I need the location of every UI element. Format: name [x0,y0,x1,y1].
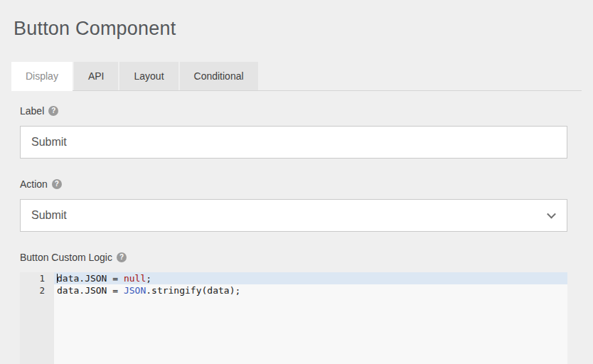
label-field-label: Label [20,105,44,117]
help-icon[interactable]: ? [117,252,127,262]
code-token: null [124,273,146,284]
label-field-row: Label ? [20,105,567,117]
code-editor-gutter: 1 2 [20,272,54,364]
code-line: data.JSON = null; [54,272,567,284]
label-field-group: Label ? [20,105,567,159]
line-number: 2 [20,284,54,296]
chevron-down-icon [547,210,556,219]
action-select-value: Submit [31,209,67,222]
custom-logic-label: Button Custom Logic [20,252,112,263]
tab-conditional[interactable]: Conditional [180,62,258,90]
action-field-label: Action [20,178,48,190]
code-editor-content[interactable]: data.JSON = null; data.JSON = JSON.strin… [54,272,567,364]
tab-layout[interactable]: Layout [119,62,178,90]
action-field-row: Action ? [20,178,567,190]
code-token: ; [146,273,151,284]
tab-api[interactable]: API [74,62,119,90]
help-icon[interactable]: ? [52,179,62,189]
action-field-group: Action ? Submit [20,178,567,232]
code-token: JSON [124,285,146,296]
code-token: .stringify(data); [146,285,240,296]
label-input[interactable] [20,126,567,159]
line-number: 1 [20,272,54,284]
component-settings-tabs: Display API Layout Conditional [11,62,582,91]
custom-logic-row: Button Custom Logic ? [20,252,567,263]
code-line: data.JSON = JSON.stringify(data); [54,284,567,296]
help-icon[interactable]: ? [48,106,58,116]
action-select[interactable]: Submit [20,199,567,232]
code-token: data.JSON = [57,285,124,296]
tab-display[interactable]: Display [11,62,73,91]
custom-logic-code-editor[interactable]: 1 2 data.JSON = null; data.JSON = JSON.s… [20,272,567,364]
code-token: data.JSON = [57,273,124,284]
display-tab-panel: Label ? Action ? Submit Button Custom Lo… [20,105,567,364]
custom-logic-group: Button Custom Logic ? 1 2 data.JSON = nu… [20,252,567,364]
page-title: Button Component [14,18,582,40]
